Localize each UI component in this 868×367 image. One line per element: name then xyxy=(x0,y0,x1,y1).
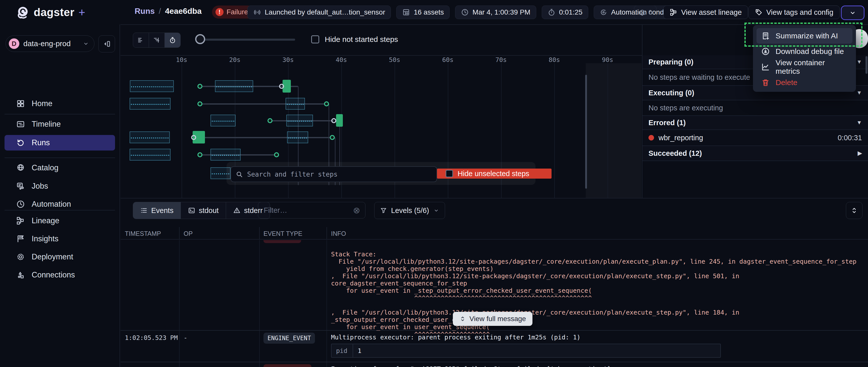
hide-unselected-checkbox[interactable] xyxy=(445,170,453,177)
clipped-event-badge xyxy=(264,240,301,243)
gantt-zoom-slider-handle[interactable] xyxy=(195,34,205,44)
section-title: Preparing (0) xyxy=(649,58,693,66)
menu-item-container-metrics[interactable]: View container metrics xyxy=(756,59,852,75)
event-type-badge: ENGINE_EVENT xyxy=(264,333,315,344)
sidebar-item-jobs[interactable]: Jobs xyxy=(4,178,115,194)
run-actions-menu-button[interactable] xyxy=(841,5,865,20)
sidebar-item-automation[interactable]: Automation xyxy=(4,196,115,212)
trash-icon xyxy=(761,78,770,87)
col-timestamp[interactable]: TIMESTAMP xyxy=(125,230,161,237)
gantt-zoom-slider-track[interactable] xyxy=(196,39,295,41)
tab-label: Events xyxy=(151,206,174,215)
gantt-box[interactable] xyxy=(215,80,253,92)
clear-filter-icon[interactable]: ⊗ xyxy=(353,205,361,215)
workspace-selector[interactable]: D data-eng-prod xyxy=(5,35,94,52)
section-title: Errored (1) xyxy=(649,119,686,127)
waterfall-view-button[interactable] xyxy=(149,33,165,47)
timed-view-button[interactable] xyxy=(165,33,180,47)
start-time-label: Mar 4, 1:00:39 PM xyxy=(472,8,530,16)
assets-count-tag[interactable]: 16 assets xyxy=(396,5,450,19)
triangle-down-icon[interactable]: ▼ xyxy=(857,90,862,96)
sidebar-item-label: Connections xyxy=(32,270,75,279)
log-filter-box[interactable]: ⊗ xyxy=(258,202,366,219)
view-full-message-button[interactable]: View full message xyxy=(453,312,532,326)
insights-icon xyxy=(16,234,25,243)
sidebar-item-connections[interactable]: Connections xyxy=(4,267,115,283)
gantt-box[interactable] xyxy=(130,80,174,92)
gantt-band xyxy=(586,63,642,198)
duration-label: 0:01:25 xyxy=(559,8,583,16)
section-succeeded[interactable]: Succeeded (12) ▶ xyxy=(643,146,868,161)
col-event-type[interactable]: EVENT TYPE xyxy=(264,230,302,237)
sidebar-item-home[interactable]: Home xyxy=(4,96,115,111)
menu-item-delete[interactable]: Delete xyxy=(756,75,852,90)
sidebar-item-lineage[interactable]: Lineage xyxy=(4,213,115,229)
view-asset-lineage-button[interactable]: View asset lineage xyxy=(663,5,748,19)
axis-tick: 70s xyxy=(495,56,506,63)
log-row-stack-trace[interactable]: Stack Trace: File "/usr/local/lib/python… xyxy=(121,240,868,331)
levels-label: Levels (5/6) xyxy=(391,206,429,215)
triangle-right-icon[interactable]: ▶ xyxy=(858,150,862,157)
triangle-down-icon[interactable]: ▼ xyxy=(857,59,862,65)
launched-by-tag[interactable]: Launched by default_aut…tion_sensor xyxy=(247,5,391,19)
assets-icon xyxy=(402,8,410,16)
sidebar-item-label: Automation xyxy=(32,200,71,209)
sidebar-item-timeline[interactable]: Timeline xyxy=(4,116,115,132)
col-op[interactable]: OP xyxy=(184,230,193,237)
log-row-run-failure[interactable]: 1:02:05.596 PM - RUN_FAILURE Execution o… xyxy=(121,362,868,367)
automation-condition-icon xyxy=(599,8,608,16)
triangle-down-icon[interactable]: ▼ xyxy=(857,120,862,126)
gantt-dot xyxy=(197,84,203,89)
breadcrumb-runs-link[interactable]: Runs xyxy=(135,6,155,16)
status-badge-label: Failure xyxy=(226,8,248,16)
axis-tick: 40s xyxy=(336,56,347,63)
hide-not-started-checkbox[interactable] xyxy=(311,35,319,43)
tab-events[interactable]: Events xyxy=(133,202,181,219)
sidebar-item-catalog[interactable]: Catalog xyxy=(4,160,115,176)
log-row-engine-event[interactable]: 1:02:05.523 PM - ENGINE_EVENT Multiproce… xyxy=(121,331,868,362)
sidebar-item-runs[interactable]: Runs xyxy=(4,135,115,151)
column-divider xyxy=(179,240,180,330)
gantt-bar[interactable] xyxy=(336,114,343,127)
gantt-box[interactable] xyxy=(130,149,170,161)
column-divider xyxy=(327,227,327,240)
gantt-box[interactable] xyxy=(285,98,305,110)
gantt-box[interactable] xyxy=(286,114,313,127)
gantt-hollow xyxy=(191,135,196,140)
metadata-key: pid xyxy=(332,344,353,357)
gantt-hollow xyxy=(331,118,336,123)
gantt-box[interactable] xyxy=(211,114,236,127)
gantt-box[interactable] xyxy=(287,131,308,143)
levels-dropdown[interactable]: Levels (5/6) xyxy=(374,202,445,219)
step-name[interactable]: wbr_reporting xyxy=(658,134,703,142)
duration-tag[interactable]: 0:01:25 xyxy=(542,5,588,19)
gantt-box[interactable] xyxy=(211,149,241,161)
gantt-box[interactable] xyxy=(130,131,170,143)
gantt-thumb xyxy=(585,75,587,189)
error-dot-icon xyxy=(649,135,654,140)
assets-count-label: 16 assets xyxy=(414,8,444,16)
log-info-text: Execution of run for "__ASSET_JOB" faile… xyxy=(331,365,615,367)
hide-unselected-steps-highlight[interactable]: Hide unselected steps xyxy=(437,169,552,178)
dagster-logo[interactable]: dagster + xyxy=(16,5,85,20)
sidebar-divider xyxy=(4,114,115,114)
step-search-box[interactable] xyxy=(230,166,437,182)
gantt-box[interactable] xyxy=(130,98,170,110)
collapse-sidebar-button[interactable] xyxy=(98,35,115,53)
col-info[interactable]: INFO xyxy=(331,230,346,237)
top-bar: dagster + Runs / 4eae6dba ! Failure Laun… xyxy=(0,0,868,24)
section-errored[interactable]: Errored (1) ▼ xyxy=(643,116,868,130)
log-filter-input[interactable] xyxy=(263,206,350,215)
step-search-input[interactable] xyxy=(247,170,432,178)
tab-stdout[interactable]: stdout xyxy=(181,202,226,219)
errored-step-row[interactable]: wbr_reporting 0:00:31 xyxy=(643,130,868,146)
view-tags-config-button[interactable]: View tags and config xyxy=(748,5,840,19)
sidebar-item-deployment[interactable]: Deployment xyxy=(4,249,115,265)
panel-scrollbar-thumb[interactable] xyxy=(866,56,868,74)
start-time-tag[interactable]: Mar 4, 1:00:39 PM xyxy=(455,5,536,19)
flat-view-button[interactable] xyxy=(133,33,149,47)
expand-panel-button[interactable] xyxy=(846,202,863,219)
sidebar-item-insights[interactable]: Insights xyxy=(4,231,115,246)
notifications-button[interactable]: 0 xyxy=(634,5,656,19)
empty-message: No steps are waiting to execute xyxy=(649,73,750,81)
